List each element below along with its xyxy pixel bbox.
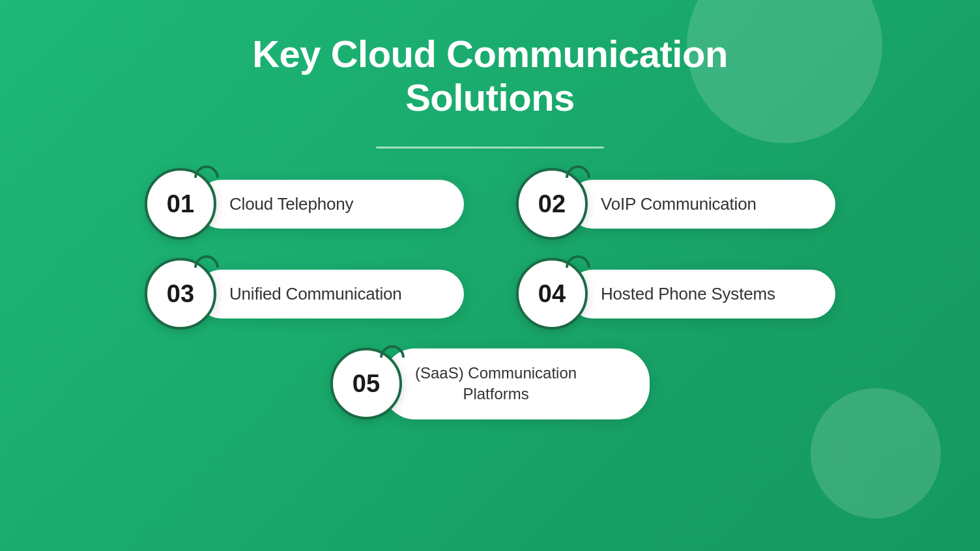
header-section: Key Cloud Communication Solutions <box>252 33 728 119</box>
page-title: Key Cloud Communication Solutions <box>252 33 728 119</box>
row-3: 05 (SaaS) CommunicationPlatforms <box>53 348 927 419</box>
row-2: 03 Unified Communication 04 Hosted Phone… <box>53 258 927 330</box>
number-badge-03: 03 <box>145 258 216 330</box>
card-label-box-05: (SaaS) CommunicationPlatforms <box>382 348 650 419</box>
number-badge-05: 05 <box>330 348 402 419</box>
card-item-05: 05 (SaaS) CommunicationPlatforms <box>330 348 650 419</box>
row-1: 01 Cloud Telephony 02 VoIP Communication <box>53 168 927 240</box>
number-badge-01: 01 <box>145 168 216 240</box>
card-label-05: (SaaS) CommunicationPlatforms <box>415 363 577 405</box>
page-container: Key Cloud Communication Solutions 01 Clo… <box>0 0 980 551</box>
card-item-01: 01 Cloud Telephony <box>145 168 464 240</box>
number-03: 03 <box>167 280 194 308</box>
card-label-01: Cloud Telephony <box>229 194 353 214</box>
number-01: 01 <box>167 190 194 218</box>
cards-grid: 01 Cloud Telephony 02 VoIP Communication <box>53 168 927 419</box>
card-item-02: 02 VoIP Communication <box>516 168 835 240</box>
card-label-box-01: Cloud Telephony <box>197 180 464 229</box>
card-label-box-04: Hosted Phone Systems <box>568 270 835 318</box>
number-05: 05 <box>353 370 380 398</box>
card-label-03: Unified Communication <box>229 284 402 304</box>
number-badge-04: 04 <box>516 258 588 330</box>
number-04: 04 <box>538 280 566 308</box>
card-label-box-03: Unified Communication <box>197 270 464 318</box>
divider <box>376 147 604 148</box>
number-02: 02 <box>538 190 566 218</box>
card-label-02: VoIP Communication <box>601 194 757 214</box>
card-item-04: 04 Hosted Phone Systems <box>516 258 835 330</box>
card-label-04: Hosted Phone Systems <box>601 284 775 304</box>
number-badge-02: 02 <box>516 168 588 240</box>
card-item-03: 03 Unified Communication <box>145 258 464 330</box>
card-label-box-02: VoIP Communication <box>568 180 835 229</box>
